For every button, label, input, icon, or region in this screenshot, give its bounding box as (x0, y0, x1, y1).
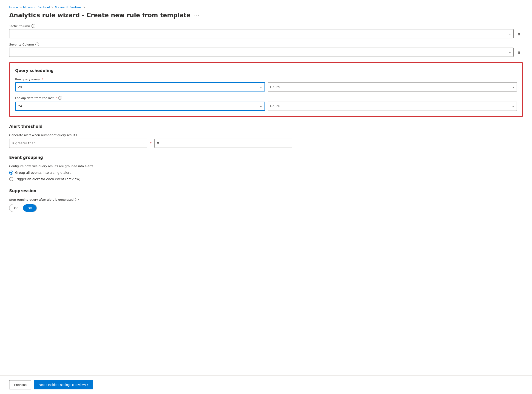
threshold-condition-dropdown[interactable]: Is greater than ⌄ (9, 139, 147, 148)
lookup-number-arrow: ⌄ (260, 105, 262, 108)
top-fields: Tactic Column i ⌄ 🗑 Severity Column i (9, 24, 523, 57)
run-query-number-value: 24 (18, 85, 22, 89)
more-options-icon[interactable]: ··· (193, 12, 200, 18)
lookup-number-dropdown[interactable]: 24 ⌄ (15, 102, 265, 111)
lookup-info-icon[interactable]: i (58, 96, 62, 100)
tactic-column-delete-icon[interactable]: 🗑 (516, 30, 523, 37)
severity-column-arrow: ⌄ (509, 51, 511, 54)
radio-label-group-all: Group all events into a single alert (15, 171, 71, 175)
radio-group-all[interactable]: Group all events into a single alert (9, 171, 523, 175)
lookup-number-value: 24 (18, 104, 22, 108)
tactic-column-label: Tactic Column i (9, 24, 523, 28)
page-wrapper: Home > Microsoft Sentinel > Microsoft Se… (0, 0, 532, 394)
radio-circle-group-all (9, 171, 13, 175)
suppression-label: Stop running query after alert is genera… (9, 198, 523, 201)
breadcrumb-sep-1: > (19, 6, 22, 9)
run-query-group: Run query every * 24 ⌄ Hours ⌄ (15, 78, 517, 92)
lookup-unit-value: Hours (270, 104, 280, 108)
breadcrumb-sentinel-1[interactable]: Microsoft Sentinel (23, 5, 50, 9)
main-content: Tactic Column i ⌄ 🗑 Severity Column i (0, 24, 532, 375)
tactic-column-info-icon[interactable]: i (31, 24, 35, 28)
lookup-group: Lookup data from the last * i 24 ⌄ Hours… (15, 96, 517, 111)
event-grouping-title: Event grouping (9, 155, 523, 160)
run-query-number-arrow: ⌄ (260, 85, 262, 88)
threshold-label: Generate alert when number of query resu… (9, 133, 523, 137)
page-title: Analytics rule wizard - Create new rule … (9, 12, 191, 19)
breadcrumb-home[interactable]: Home (9, 5, 18, 9)
radio-label-trigger-each: Trigger an alert for each event (preview… (15, 177, 80, 181)
tactic-column-row: ⌄ 🗑 (9, 29, 523, 38)
suppression-toggle[interactable]: On Off (9, 204, 37, 212)
breadcrumb: Home > Microsoft Sentinel > Microsoft Se… (0, 0, 532, 11)
page-title-row: Analytics rule wizard - Create new rule … (0, 11, 532, 24)
breadcrumb-sep-3: > (83, 6, 85, 9)
next-button[interactable]: Next : Incident settings (Preview) > (34, 380, 93, 389)
severity-column-info-icon[interactable]: i (35, 42, 39, 46)
scheduling-section-title: Query scheduling (15, 68, 517, 73)
threshold-value-required: * (150, 141, 152, 145)
threshold-value: 0 (157, 141, 159, 145)
threshold-row: Is greater than ⌄ * 0 (9, 139, 523, 148)
run-query-unit-dropdown[interactable]: Hours ⌄ (268, 82, 517, 92)
footer: Previous Next : Incident settings (Previ… (0, 375, 532, 394)
threshold-value-input[interactable]: 0 (155, 139, 292, 148)
threshold-condition-arrow: ⌄ (142, 142, 145, 145)
severity-column-row: ⌄ 🗑 (9, 48, 523, 57)
radio-trigger-each[interactable]: Trigger an alert for each event (preview… (9, 177, 523, 181)
tactic-column-group: Tactic Column i ⌄ 🗑 (9, 24, 523, 38)
suppression-info-icon[interactable]: i (75, 198, 79, 201)
threshold-condition-value: Is greater than (12, 141, 36, 145)
event-grouping-section: Event grouping Configure how rule query … (9, 155, 523, 181)
run-query-label: Run query every * (15, 78, 517, 81)
radio-dot-group-all (10, 172, 12, 174)
previous-button[interactable]: Previous (9, 380, 31, 389)
run-query-row: 24 ⌄ Hours ⌄ (15, 82, 517, 92)
run-query-unit-arrow: ⌄ (512, 85, 514, 88)
tactic-column-arrow: ⌄ (509, 32, 511, 35)
severity-column-group: Severity Column i ⌄ 🗑 (9, 42, 523, 57)
query-scheduling-section: Query scheduling Run query every * 24 ⌄ … (9, 62, 523, 117)
severity-column-delete-icon[interactable]: 🗑 (516, 48, 523, 56)
run-query-required: * (41, 78, 43, 81)
event-grouping-description: Configure how rule query results are gro… (9, 164, 523, 168)
toggle-off-option[interactable]: Off (23, 204, 36, 212)
radio-circle-trigger-each (9, 177, 13, 181)
lookup-label: Lookup data from the last * i (15, 96, 517, 100)
lookup-row: 24 ⌄ Hours ⌄ (15, 102, 517, 111)
run-query-number-dropdown[interactable]: 24 ⌄ (15, 82, 265, 92)
run-query-unit-value: Hours (270, 85, 280, 89)
lookup-required: * (55, 96, 57, 100)
suppression-section: Suppression Stop running query after ale… (9, 188, 523, 212)
breadcrumb-sentinel-2[interactable]: Microsoft Sentinel (55, 5, 82, 9)
alert-threshold-section: Alert threshold Generate alert when numb… (9, 124, 523, 148)
lookup-unit-arrow: ⌄ (512, 105, 514, 108)
lookup-unit-dropdown[interactable]: Hours ⌄ (268, 102, 517, 111)
severity-column-dropdown[interactable]: ⌄ (9, 48, 514, 57)
toggle-on-option[interactable]: On (10, 204, 23, 212)
breadcrumb-sep-2: > (51, 6, 54, 9)
suppression-section-title: Suppression (9, 188, 523, 193)
tactic-column-dropdown[interactable]: ⌄ (9, 29, 514, 38)
threshold-section-title: Alert threshold (9, 124, 523, 129)
severity-column-label: Severity Column i (9, 42, 523, 46)
